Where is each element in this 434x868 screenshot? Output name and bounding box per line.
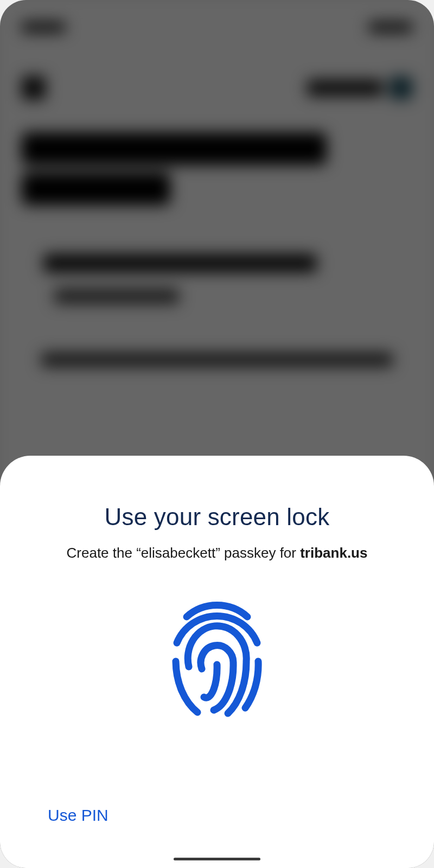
screen-lock-bottom-sheet: Use your screen lock Create the “elisabe…	[0, 456, 434, 868]
use-pin-button[interactable]: Use PIN	[46, 802, 111, 829]
subtitle-username: elisabeckett	[141, 545, 215, 561]
sheet-footer: Use PIN	[46, 802, 111, 829]
subtitle-prefix: Create the “	[67, 545, 141, 561]
sheet-subtitle: Create the “elisabeckett” passkey for tr…	[67, 545, 368, 561]
fingerprint-sensor-area[interactable]	[163, 602, 271, 802]
home-indicator[interactable]	[174, 858, 260, 860]
subtitle-domain: tribank.us	[300, 545, 367, 561]
fingerprint-icon	[163, 602, 271, 721]
sheet-title: Use your screen lock	[105, 503, 330, 531]
subtitle-mid: ” passkey for	[215, 545, 300, 561]
phone-screen: Use your screen lock Create the “elisabe…	[0, 0, 434, 868]
